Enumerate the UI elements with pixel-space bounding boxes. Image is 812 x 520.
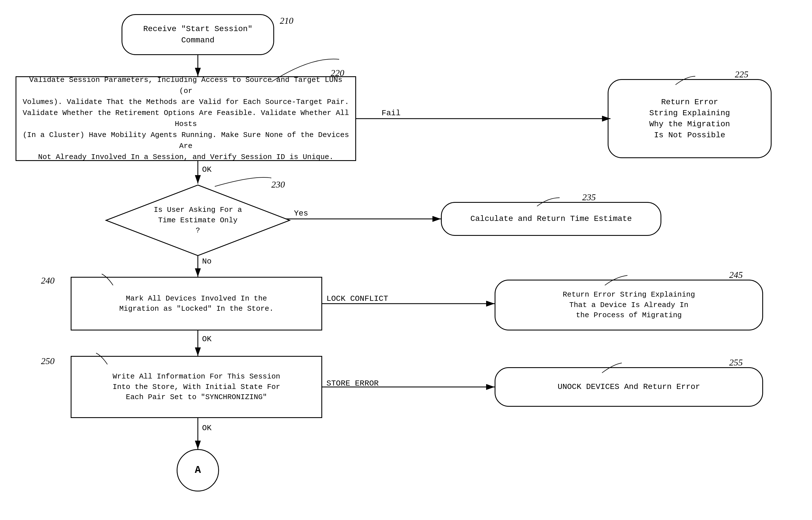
arrow-label-fail: Fail	[382, 109, 401, 118]
arrow-label-store-error: STORE ERROR	[326, 379, 379, 389]
node-a-text: A	[189, 460, 207, 480]
node-error245: Return Error String Explaining That a De…	[494, 280, 763, 331]
arrow-label-no: No	[202, 257, 212, 266]
label-255: 255	[729, 357, 743, 368]
node-diamond230: Is User Asking For aTime Estimate Only?	[105, 184, 291, 257]
label-240: 240	[41, 276, 54, 286]
node-mark240: Mark All Devices Involved In the Migrati…	[71, 277, 322, 331]
node-unlock255-text: UNOCK DEVICES And Return Error	[552, 379, 706, 395]
arrow-label-ok3: OK	[202, 424, 212, 433]
label-235: 235	[582, 192, 596, 203]
node-mark240-text: Mark All Devices Involved In the Migrati…	[113, 291, 279, 317]
label-230: 230	[271, 179, 285, 190]
label-220: 220	[331, 68, 344, 78]
node-error225-text: Return ErrorString ExplainingWhy the Mig…	[643, 94, 736, 144]
node-write250: Write All Information For This Session I…	[71, 356, 322, 418]
node-validate-text: Validate Session Parameters, Including A…	[17, 72, 355, 165]
node-write250-text: Write All Information For This Session I…	[107, 369, 286, 405]
label-225: 225	[735, 69, 748, 80]
node-validate: Validate Session Parameters, Including A…	[16, 76, 356, 161]
node-a: A	[177, 449, 219, 492]
node-error225: Return ErrorString ExplainingWhy the Mig…	[608, 79, 771, 158]
node-calc235: Calculate and Return Time Estimate	[441, 202, 661, 236]
node-calc235-text: Calculate and Return Time Estimate	[465, 210, 637, 227]
node-diamond230-text: Is User Asking For aTime Estimate Only?	[148, 202, 248, 238]
node-start-text: Receive "Start Session" Command	[122, 21, 273, 48]
node-unlock255: UNOCK DEVICES And Return Error	[494, 367, 763, 407]
arrow-label-ok1: OK	[202, 165, 212, 174]
diagram-container: Receive "Start Session" Command 210 Vali…	[0, 0, 812, 520]
label-245: 245	[729, 270, 743, 280]
node-error245-text: Return Error String Explaining That a De…	[557, 287, 701, 323]
label-250: 250	[41, 356, 54, 366]
node-start: Receive "Start Session" Command	[122, 14, 274, 55]
arrow-label-lock-conflict: LOCK CONFLICT	[326, 294, 388, 304]
arrow-label-yes: Yes	[294, 209, 308, 218]
label-210: 210	[280, 16, 294, 26]
arrow-label-ok2: OK	[202, 335, 212, 343]
